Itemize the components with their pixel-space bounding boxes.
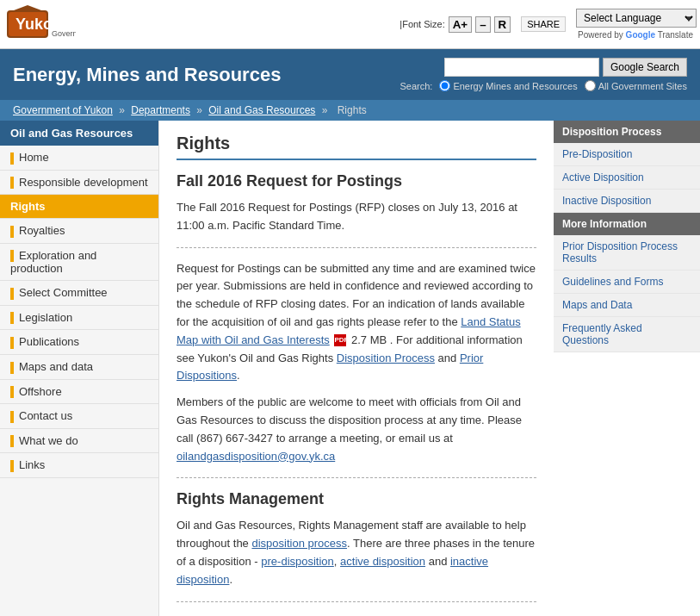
sidebar-link-select-committee[interactable]: Select Committee (0, 281, 158, 306)
section2-title: Rights Management (177, 490, 536, 508)
sidebar-item-offshore[interactable]: Offshore (0, 380, 158, 405)
sidebar-link-offshore[interactable]: Offshore (0, 380, 158, 405)
search-row: Google Search (444, 58, 687, 77)
right-link-prior-results[interactable]: Prior Disposition Process Results (554, 235, 700, 271)
section1-title: Fall 2016 Request for Postings (177, 172, 536, 190)
right-nav-faq[interactable]: Frequently Asked Questions (554, 317, 700, 352)
sidebar-nav: Home Responsible development Rights Roya… (0, 146, 158, 478)
powered-by-label: Powered by Google Translate (578, 30, 693, 40)
sidebar-item-rights[interactable]: Rights (0, 195, 158, 219)
breadcrumb: Government of Yukon » Departments » Oil … (0, 100, 700, 121)
site-header: Energy, Mines and Resources Google Searc… (0, 49, 700, 100)
sidebar-item-select-committee[interactable]: Select Committee (0, 281, 158, 306)
disposition-process-link2[interactable]: disposition process (251, 537, 347, 550)
email-link[interactable]: oilandgasdisposition@gov.yk.ca (177, 450, 335, 463)
breadcrumb-sep2: » (196, 104, 205, 116)
font-size-area: |Font Size: A+ – R (400, 16, 511, 33)
right-nav-inactive-disposition[interactable]: Inactive Disposition (554, 190, 700, 213)
right-nav-pre-disposition[interactable]: Pre-Disposition (554, 143, 700, 166)
svg-text:Government: Government (52, 29, 76, 38)
sidebar-link-contact[interactable]: Contact us (0, 404, 158, 429)
svg-marker-1 (14, 5, 41, 10)
para3: Members of the public are welcome to mee… (177, 394, 536, 465)
right-section1-header: Disposition Process (554, 121, 700, 143)
breadcrumb-oil-gas[interactable]: Oil and Gas Resources (208, 104, 315, 116)
sidebar-link-exploration[interactable]: Exploration and production (0, 244, 158, 282)
sidebar-item-publications[interactable]: Publications (0, 330, 158, 355)
para4-and: and (425, 555, 450, 568)
divider1 (177, 247, 536, 248)
breadcrumb-sep1: » (119, 104, 127, 116)
pre-disposition-link[interactable]: pre-disposition (261, 555, 334, 568)
translate-label: Translate (658, 30, 693, 40)
sidebar-item-links[interactable]: Links (0, 453, 158, 478)
right-nav-guidelines[interactable]: Guidelines and Forms (554, 271, 700, 294)
font-increase-button[interactable]: A+ (449, 16, 472, 33)
language-select-wrap: Select Language ▼ (576, 9, 693, 28)
sidebar-link-maps[interactable]: Maps and data (0, 355, 158, 380)
right-sidebar: Disposition Process Pre-Disposition Acti… (554, 121, 700, 616)
search-area: Google Search Search: Energy Mines and R… (400, 58, 687, 91)
sidebar-item-what-we-do[interactable]: What we do (0, 429, 158, 454)
right-nav-maps-data[interactable]: Maps and Data (554, 294, 700, 317)
para2-and: and (435, 352, 460, 364)
para4: Oil and Gas Resources, Rights Management… (177, 517, 536, 588)
right-nav-more-info: Prior Disposition Process Results Guidel… (554, 235, 700, 352)
site-title: Energy, Mines and Resources (13, 64, 281, 86)
right-nav-disposition: Pre-Disposition Active Disposition Inact… (554, 143, 700, 213)
sidebar-link-rights[interactable]: Rights (0, 195, 158, 219)
right-link-maps-data[interactable]: Maps and Data (554, 294, 700, 317)
breadcrumb-sep3: » (322, 104, 331, 116)
right-nav-prior-results[interactable]: Prior Disposition Process Results (554, 235, 700, 271)
search-options: Search: Energy Mines and Resources All G… (400, 80, 687, 91)
sidebar-item-legislation[interactable]: Legislation (0, 306, 158, 331)
search-option2-label[interactable]: All Government Sites (585, 80, 687, 91)
logo-area: Yukon Government (7, 3, 76, 45)
para2: Request for Postings can be submitted an… (177, 260, 536, 386)
right-link-guidelines[interactable]: Guidelines and Forms (554, 271, 700, 294)
page-title: Rights (177, 134, 536, 160)
sidebar-item-contact[interactable]: Contact us (0, 404, 158, 429)
divider3 (177, 601, 536, 602)
translate-area: Select Language ▼ Powered by Google Tran… (576, 9, 693, 40)
sidebar-item-exploration[interactable]: Exploration and production (0, 244, 158, 282)
yukon-logo: Yukon Government (7, 3, 76, 45)
breadcrumb-current: Rights (338, 104, 367, 116)
disposition-process-link[interactable]: Disposition Process (337, 352, 435, 364)
sidebar-link-royalties[interactable]: Royalties (0, 219, 158, 244)
search-label: Search: (400, 81, 432, 91)
sidebar-item-responsible[interactable]: Responsible development (0, 171, 158, 196)
font-size-label: |Font Size: (400, 19, 444, 29)
active-disposition-link[interactable]: active disposition (340, 555, 425, 568)
divider2 (177, 477, 536, 478)
search-option1-label[interactable]: Energy Mines and Resources (439, 80, 577, 91)
breadcrumb-departments[interactable]: Departments (131, 104, 190, 116)
search-option2-radio[interactable] (585, 80, 596, 91)
search-button[interactable]: Google Search (603, 58, 687, 77)
font-decrease-button[interactable]: – (475, 16, 490, 33)
search-input[interactable] (444, 58, 599, 77)
breadcrumb-home[interactable]: Government of Yukon (13, 104, 113, 116)
font-reset-button[interactable]: R (494, 16, 511, 33)
sidebar-header: Oil and Gas Resources (0, 121, 158, 146)
sidebar-item-home[interactable]: Home (0, 146, 158, 171)
sidebar-link-publications[interactable]: Publications (0, 330, 158, 355)
para3-text: Members of the public are welcome to mee… (177, 395, 522, 445)
right-link-faq[interactable]: Frequently Asked Questions (554, 317, 700, 352)
sidebar-link-what-we-do[interactable]: What we do (0, 429, 158, 454)
sidebar-item-maps[interactable]: Maps and data (0, 355, 158, 380)
sidebar-link-home[interactable]: Home (0, 146, 158, 171)
right-link-inactive-disposition[interactable]: Inactive Disposition (554, 190, 700, 213)
main-content: Rights Fall 2016 Request for Postings Th… (159, 121, 554, 616)
search-option1-radio[interactable] (439, 80, 450, 91)
sidebar-link-legislation[interactable]: Legislation (0, 306, 158, 331)
language-select[interactable]: Select Language (576, 9, 697, 28)
share-button[interactable]: SHARE (521, 16, 566, 32)
sidebar-link-links[interactable]: Links (0, 453, 158, 478)
right-link-active-disposition[interactable]: Active Disposition (554, 166, 700, 190)
right-nav-active-disposition[interactable]: Active Disposition (554, 166, 700, 190)
sidebar-item-royalties[interactable]: Royalties (0, 219, 158, 244)
right-link-pre-disposition[interactable]: Pre-Disposition (554, 143, 700, 166)
google-label: Google (626, 30, 655, 40)
sidebar-link-responsible[interactable]: Responsible development (0, 171, 158, 196)
